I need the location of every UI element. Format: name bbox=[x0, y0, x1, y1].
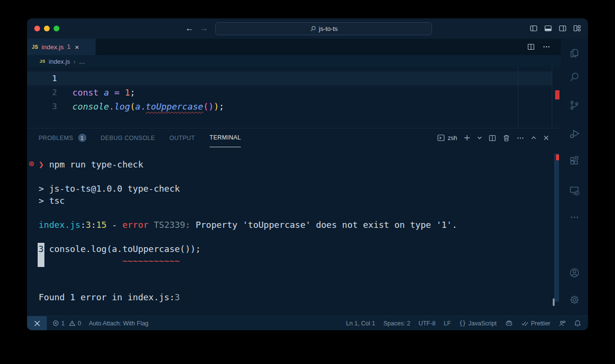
editor-actions bbox=[527, 39, 550, 55]
search-icon[interactable] bbox=[569, 71, 580, 83]
terminal-dropdown-icon[interactable] bbox=[477, 135, 482, 140]
terminal-line: ~~~~~~~~~~~ bbox=[39, 255, 457, 267]
terminal-line: Found 1 error in index.js:3 bbox=[39, 291, 457, 303]
titlebar: ← → js-to-ts bbox=[27, 18, 588, 39]
kill-terminal-icon[interactable] bbox=[503, 134, 510, 142]
more-actions-icon[interactable] bbox=[543, 43, 550, 51]
terminal-line bbox=[39, 267, 457, 279]
remote-explorer-icon[interactable] bbox=[569, 185, 580, 196]
warning-triangle-icon bbox=[69, 320, 75, 326]
statusbar-left: 1 0 Auto Attach: With Flag bbox=[47, 320, 149, 327]
toggle-panel-icon[interactable] bbox=[544, 24, 552, 32]
auto-attach-status[interactable]: Auto Attach: With Flag bbox=[89, 320, 149, 327]
feedback-control[interactable] bbox=[559, 320, 566, 327]
editor-tabbar: JS index.js 1 × bbox=[27, 39, 561, 55]
code-line: 1 bbox=[27, 71, 561, 85]
account-icon[interactable] bbox=[569, 267, 580, 279]
split-terminal-icon[interactable] bbox=[489, 134, 496, 142]
scrollbar-error-decoration bbox=[556, 154, 559, 160]
tab-debug-console[interactable]: DEBUG CONSOLE bbox=[101, 128, 155, 147]
shell-name: zsh bbox=[448, 135, 457, 141]
close-panel-icon[interactable] bbox=[543, 135, 549, 141]
explorer-icon[interactable] bbox=[569, 47, 580, 59]
toggle-secondary-sidebar-icon[interactable] bbox=[559, 24, 567, 32]
tab-problems[interactable]: PROBLEMS 1 bbox=[39, 128, 86, 147]
eol-status[interactable]: LF bbox=[444, 320, 451, 327]
new-terminal-icon[interactable] bbox=[463, 134, 471, 141]
split-editor-icon[interactable] bbox=[527, 43, 535, 51]
problems-count-badge: 1 bbox=[78, 134, 86, 142]
terminal-lines: ❯ npm run type-check> js-to-ts@1.0.0 typ… bbox=[39, 158, 457, 303]
panel-tabs: PROBLEMS 1 DEBUG CONSOLE OUTPUT TERMINAL bbox=[27, 128, 241, 147]
problems-status[interactable]: 1 0 bbox=[53, 320, 81, 327]
language-mode[interactable]: {} JavaScript bbox=[459, 320, 497, 327]
code-content: console.log(a.toUppercase()); bbox=[72, 101, 224, 112]
formatter-status[interactable]: Prettier bbox=[521, 320, 550, 327]
tab-problem-badge: 1 bbox=[67, 43, 70, 50]
indentation-status[interactable]: Spaces: 2 bbox=[383, 320, 410, 327]
js-file-icon: JS bbox=[40, 59, 45, 64]
minimize-window-button[interactable] bbox=[44, 26, 50, 31]
settings-gear-icon[interactable] bbox=[569, 294, 580, 306]
navigate-back-button[interactable]: ← bbox=[185, 23, 194, 34]
more-views-icon[interactable] bbox=[569, 211, 580, 223]
panel-actions: zsh bbox=[437, 134, 561, 142]
code-content: const a = 1; bbox=[72, 87, 135, 98]
tab-index-js[interactable]: JS index.js 1 × bbox=[27, 39, 96, 55]
terminal-instance[interactable]: zsh bbox=[437, 134, 457, 142]
tab-terminal[interactable]: TERMINAL bbox=[210, 128, 241, 147]
run-and-debug-icon[interactable] bbox=[569, 128, 580, 140]
vscode-window: ← → js-to-ts JS index.js 1 × bbox=[27, 18, 588, 330]
terminal-scrollbar[interactable] bbox=[554, 154, 559, 302]
bell-icon bbox=[574, 320, 581, 327]
notifications-control[interactable] bbox=[574, 320, 581, 327]
scrollbar-command-decoration bbox=[553, 298, 555, 306]
terminal-line bbox=[39, 231, 457, 243]
remote-icon bbox=[33, 320, 41, 327]
line-number: 1 bbox=[27, 71, 57, 85]
line-number: 3 bbox=[27, 99, 57, 113]
terminal-line bbox=[39, 279, 457, 291]
source-control-icon[interactable] bbox=[569, 99, 580, 111]
layout-controls bbox=[530, 24, 581, 32]
remote-indicator[interactable] bbox=[27, 316, 47, 330]
command-center-search[interactable]: js-to-ts bbox=[215, 22, 432, 35]
zoom-window-button[interactable] bbox=[54, 26, 59, 31]
breadcrumb-symbol[interactable]: … bbox=[79, 58, 85, 65]
js-file-icon: JS bbox=[32, 44, 38, 50]
feedback-icon bbox=[559, 320, 566, 327]
braces-icon: {} bbox=[459, 320, 466, 327]
statusbar-right: Ln 1, Col 1 Spaces: 2 UTF-8 LF {} JavaSc… bbox=[346, 319, 588, 327]
code-editor[interactable]: 12const a = 1;3console.log(a.toUppercase… bbox=[27, 68, 561, 128]
terminal-pane[interactable]: ⊗ 3 ❯ npm run type-check> js-to-ts@1.0.0… bbox=[27, 147, 561, 316]
breadcrumb[interactable]: JS index.js › … bbox=[27, 55, 561, 68]
copilot-status[interactable] bbox=[505, 319, 513, 327]
encoding-status[interactable]: UTF-8 bbox=[419, 320, 435, 327]
tab-label: index.js bbox=[42, 43, 64, 51]
line-number: 2 bbox=[27, 85, 57, 99]
statusbar: 1 0 Auto Attach: With Flag Ln 1, Col 1 S… bbox=[27, 316, 588, 330]
copilot-icon bbox=[505, 319, 513, 327]
command-failed-icon: ⊗ bbox=[28, 159, 35, 168]
toggle-primary-sidebar-icon[interactable] bbox=[530, 24, 538, 32]
window-controls bbox=[34, 26, 59, 31]
breadcrumb-file[interactable]: index.js bbox=[49, 58, 70, 65]
cursor-position[interactable]: Ln 1, Col 1 bbox=[346, 320, 375, 327]
terminal-line: index.js:3:15 - error TS2339: Property '… bbox=[39, 219, 457, 231]
navigate-forward-button[interactable]: → bbox=[200, 23, 208, 34]
search-value: js-to-ts bbox=[319, 25, 338, 32]
tab-output[interactable]: OUTPUT bbox=[169, 128, 195, 147]
terminal-icon bbox=[437, 134, 445, 142]
breadcrumb-separator: › bbox=[73, 58, 75, 65]
customize-layout-icon[interactable] bbox=[573, 24, 581, 32]
close-window-button[interactable] bbox=[34, 26, 40, 31]
panel-header: PROBLEMS 1 DEBUG CONSOLE OUTPUT TERMINAL… bbox=[27, 128, 561, 147]
activity-bar bbox=[561, 39, 588, 316]
terminal-line bbox=[39, 170, 457, 182]
more-panel-actions-icon[interactable] bbox=[517, 134, 524, 142]
tab-close-icon[interactable]: × bbox=[75, 43, 79, 51]
warning-count: 0 bbox=[78, 320, 81, 327]
maximize-panel-icon[interactable] bbox=[531, 135, 537, 141]
extensions-icon[interactable] bbox=[569, 155, 580, 167]
tab-problems-label: PROBLEMS bbox=[39, 135, 73, 141]
